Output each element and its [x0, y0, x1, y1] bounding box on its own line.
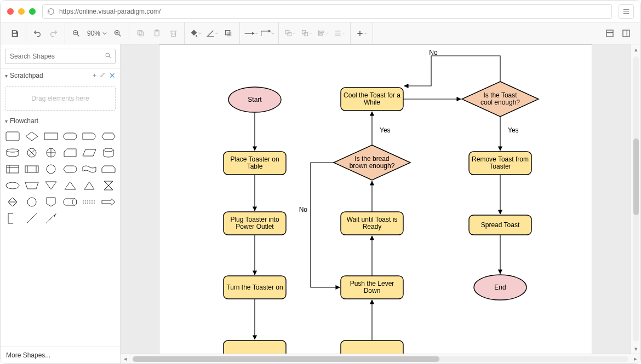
flowchart-section-header[interactable]: ▾ Flowchart — [1, 115, 120, 127]
scratchpad-dropzone[interactable]: Drag elements here — [5, 86, 116, 111]
node-end[interactable]: End — [474, 275, 526, 300]
shape-predefined[interactable] — [24, 163, 39, 175]
node-cool-toast[interactable]: Cool the Toast for aWhile — [341, 88, 403, 111]
waypoint-button[interactable] — [260, 26, 275, 41]
shape-terminal[interactable] — [62, 130, 77, 142]
copy-button[interactable] — [133, 26, 148, 41]
toggle-format-panel-button[interactable] — [602, 26, 617, 41]
align-button[interactable] — [315, 26, 330, 41]
shape-circle[interactable] — [24, 196, 39, 208]
vertical-scrollbar[interactable]: ▴ ▾ — [631, 44, 640, 354]
browser-menu-button[interactable] — [619, 4, 634, 19]
node-place-toaster[interactable]: Place Toaster onTable — [224, 152, 286, 175]
search-shapes-field[interactable] — [9, 52, 101, 61]
node-remove-toast[interactable]: Remove Toast fromToaster — [469, 152, 531, 175]
shape-annotation[interactable] — [5, 212, 20, 224]
zoom-out-button[interactable] — [68, 26, 84, 41]
line-color-button[interactable] — [204, 26, 220, 41]
shape-delay[interactable] — [82, 130, 96, 142]
edge-coolno-loop[interactable] — [404, 56, 500, 86]
hscroll-track[interactable] — [133, 356, 628, 362]
shape-transfer[interactable] — [82, 196, 96, 208]
shape-manual-op[interactable] — [24, 180, 39, 192]
shape-process[interactable] — [5, 130, 20, 142]
horizontal-scrollbar[interactable]: ◂ ▸ — [121, 354, 640, 363]
scroll-right-arrow[interactable]: ▸ — [631, 355, 640, 362]
search-shapes-input[interactable] — [5, 49, 116, 64]
connection-button[interactable] — [243, 26, 259, 41]
edge-brown-no-lever[interactable] — [311, 163, 340, 287]
node-push-lever[interactable]: Push the LeverDown — [341, 276, 403, 299]
scratchpad-close-icon[interactable]: ✕ — [109, 71, 116, 80]
node-start[interactable]: Start — [228, 87, 281, 112]
paste-button[interactable] — [149, 26, 164, 41]
shape-subprocess[interactable] — [43, 130, 58, 142]
shape-tape[interactable] — [82, 163, 96, 175]
maximize-window-button[interactable] — [29, 8, 36, 15]
shape-connector[interactable] — [43, 163, 58, 175]
shape-arrow-line[interactable] — [43, 212, 58, 224]
to-front-button[interactable] — [282, 26, 297, 41]
shape-offpage[interactable] — [43, 196, 58, 208]
shape-storage[interactable] — [5, 147, 20, 159]
shape-direct-data[interactable] — [62, 196, 77, 208]
node-plug-toaster[interactable]: Plug Toaster intoPower Outlet — [224, 212, 286, 235]
node-spread-toast[interactable]: Spread Toast — [469, 215, 531, 235]
scratchpad-add-icon[interactable]: + — [93, 72, 96, 79]
scroll-up-arrow[interactable]: ▴ — [634, 44, 638, 54]
node-cutoff-b[interactable] — [341, 340, 403, 354]
shape-decision[interactable] — [24, 130, 39, 142]
shape-terminator2[interactable] — [5, 180, 20, 192]
search-icon — [105, 52, 112, 61]
scroll-down-arrow[interactable]: ▾ — [634, 344, 638, 354]
undo-button[interactable] — [30, 26, 45, 41]
distribute-button[interactable] — [331, 26, 347, 41]
save-button[interactable] — [7, 26, 22, 41]
node-turn-on[interactable]: Turn the Toaster on — [224, 276, 286, 299]
shape-loop-limit[interactable] — [101, 163, 116, 175]
scroll-left-arrow[interactable]: ◂ — [121, 355, 130, 362]
shape-extract[interactable] — [43, 180, 58, 192]
to-back-button[interactable] — [299, 26, 314, 41]
zoom-level-dropdown[interactable]: 90% — [85, 30, 109, 37]
shape-triangle[interactable] — [82, 180, 96, 192]
redo-button[interactable] — [46, 26, 61, 41]
scratchpad-label: Scratchpad — [10, 72, 43, 79]
shape-collate[interactable] — [101, 180, 116, 192]
shape-arrow[interactable] — [101, 196, 116, 208]
node-wait-ready[interactable]: Wait until Toast isReady — [341, 212, 403, 235]
url-bar[interactable]: https://online.visual-paradigm.com/ — [42, 4, 612, 19]
close-window-button[interactable] — [7, 8, 14, 15]
shadow-button[interactable] — [221, 26, 236, 41]
vscroll-thumb[interactable] — [633, 138, 639, 215]
shape-database[interactable] — [101, 147, 116, 159]
more-shapes-button[interactable]: More Shapes... — [1, 346, 120, 363]
refresh-icon[interactable] — [47, 8, 55, 15]
shape-data[interactable] — [82, 147, 96, 159]
shape-sum[interactable] — [43, 147, 58, 159]
shape-display[interactable] — [62, 163, 77, 175]
zoom-in-button[interactable] — [110, 26, 125, 41]
shape-sort[interactable] — [5, 196, 20, 208]
hscroll-thumb[interactable] — [133, 356, 439, 362]
toggle-outline-panel-button[interactable] — [619, 26, 634, 41]
shape-line[interactable] — [24, 212, 39, 224]
minimize-window-button[interactable] — [18, 8, 25, 15]
shape-internal-storage[interactable] — [5, 163, 20, 175]
scratchpad-section-header[interactable]: ▾ Scratchpad + ✕ — [1, 69, 120, 82]
delete-button[interactable] — [165, 26, 181, 41]
vscroll-track[interactable] — [633, 56, 639, 342]
node-cutoff-a[interactable] — [224, 340, 286, 354]
node-bread-brown[interactable]: Is the breadbrown enough? — [334, 145, 410, 180]
scratchpad-edit-icon[interactable] — [100, 72, 106, 79]
shape-merge[interactable] — [62, 180, 77, 192]
diagram-page[interactable]: Start Place Toaster onTable Plug Toaster… — [159, 44, 592, 354]
shape-or[interactable] — [24, 147, 39, 159]
svg-marker-40 — [26, 132, 38, 141]
shape-card[interactable] — [62, 147, 77, 159]
add-button[interactable] — [354, 26, 369, 41]
shape-preparation[interactable] — [101, 130, 116, 142]
fill-color-button[interactable] — [188, 26, 203, 41]
node-toast-cool[interactable]: Is the Toastcool enough? — [462, 82, 539, 117]
canvas-viewport[interactable]: Start Place Toaster onTable Plug Toaster… — [121, 44, 631, 354]
